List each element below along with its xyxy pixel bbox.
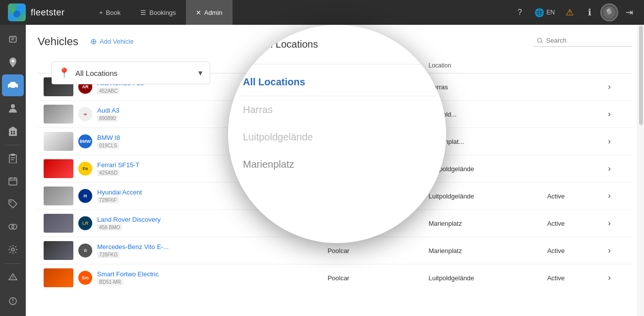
vehicle-thumbnail [44, 187, 73, 205]
chevron-down-icon: ▼ [197, 69, 204, 77]
col-location[interactable]: Location [423, 58, 541, 73]
vehicle-thumbnail [44, 132, 73, 151]
sidebar-item-calendar[interactable] [2, 170, 24, 192]
svg-point-27 [10, 201, 12, 203]
row-arrow: › [602, 264, 632, 290]
svg-point-10 [9, 87, 11, 89]
globe-icon: 🌐 [534, 8, 544, 17]
magnify-option-luitpold[interactable]: Luitpoldgelände [228, 124, 446, 151]
col-status [541, 58, 602, 73]
row-arrow: › [602, 210, 632, 237]
nav-right: ? 🌐 EN ⚠ ℹ ⇥ [511, 3, 644, 21]
svg-point-11 [15, 87, 17, 89]
brand-logo: LR [78, 216, 92, 230]
location-bar[interactable]: 📍 All Locations ▼ [52, 62, 210, 84]
close-icon: ✕ [196, 9, 201, 16]
vehicle-plate: 728FKG [97, 252, 119, 258]
sidebar-item-settings[interactable] [2, 239, 24, 260]
sidebar-item-clipboard[interactable] [2, 147, 24, 169]
svg-line-38 [541, 42, 543, 43]
vehicle-location: Marienplatz [423, 237, 541, 264]
sidebar-item-person[interactable] [2, 97, 24, 119]
vehicle-plate: 019CLS [97, 142, 119, 149]
sidebar-item-location[interactable] [2, 52, 24, 73]
help-button[interactable]: ? [511, 3, 528, 21]
plus-icon: + [99, 9, 103, 16]
sidebar-item-bottom[interactable] [2, 290, 24, 312]
vehicle-plate: 452ABC [97, 88, 119, 94]
sidebar-divider-2 [5, 263, 21, 264]
logout-button[interactable]: ⇥ [620, 3, 638, 21]
svg-rect-16 [11, 133, 12, 134]
top-nav: fleetster + Book ☰ Bookings ✕ Admin ? 🌐 … [0, 0, 644, 25]
vehicle-status: Active [541, 183, 602, 210]
vehicle-status [541, 155, 602, 183]
language-button[interactable]: 🌐 EN [530, 8, 559, 17]
sidebar-item-vehicle[interactable] [2, 74, 24, 96]
magnify-location-text: All Locations [262, 39, 416, 50]
vehicle-status [541, 101, 602, 128]
sidebar-item-notifications[interactable] [2, 29, 24, 51]
avatar-button[interactable] [600, 3, 618, 21]
svg-point-30 [11, 248, 14, 251]
page-title: Vehicles [38, 35, 78, 48]
vehicle-thumbnail [44, 241, 73, 260]
vehicle-location: Luitpoldgelände [423, 264, 541, 290]
search-bar [533, 35, 632, 47]
svg-point-37 [537, 38, 541, 42]
svg-marker-18 [9, 126, 17, 129]
search-input[interactable] [546, 37, 628, 44]
svg-rect-19 [9, 155, 16, 163]
vehicle-plate: 890890 [97, 115, 117, 122]
location-bar-text: All Locations [75, 69, 192, 77]
nav-item-bookings[interactable]: ☰ Bookings [130, 0, 185, 25]
info-icon: ℹ [588, 7, 591, 18]
vehicle-plate: 425ASD [97, 170, 119, 176]
vehicle-brand-cell: Sm Smart Fortwo Electric BD51-MR [44, 268, 316, 287]
vehicle-thumbnail [44, 105, 73, 124]
logo-area: fleetster [0, 3, 89, 21]
magnify-option-all[interactable]: All Locations [228, 68, 446, 96]
main-content: Vehicles ⊕ Add Vehicle Brand ↑ Vehicle o… [26, 25, 644, 316]
svg-point-8 [12, 60, 14, 63]
sidebar-item-cycle[interactable] [2, 216, 24, 238]
nav-item-admin[interactable]: ✕ Admin [186, 0, 233, 25]
svg-point-12 [11, 104, 15, 108]
svg-rect-20 [11, 154, 15, 156]
vehicle-status: Active [541, 264, 602, 290]
row-arrow: › [602, 101, 632, 128]
add-vehicle-button[interactable]: ⊕ Add Vehicle [86, 35, 138, 48]
vehicle-status: Active [541, 210, 602, 237]
magnify-option-harras[interactable]: Harras [228, 96, 446, 124]
brand-logo: ☆ [78, 244, 92, 257]
row-arrow: › [602, 128, 632, 155]
brand-logo: Sm [78, 271, 92, 285]
svg-rect-15 [13, 131, 15, 132]
scrollbar-track [637, 25, 644, 316]
vehicle-thumbnail [44, 214, 73, 233]
row-arrow: › [602, 155, 632, 183]
table-row[interactable]: Sm Smart Fortwo Electric BD51-MR Poolcar… [38, 264, 632, 290]
vehicle-thumbnail [44, 159, 73, 178]
warning-button[interactable]: ⚠ [561, 3, 579, 21]
sidebar-item-triangle[interactable] [2, 266, 24, 288]
nav-item-book[interactable]: + Book [89, 0, 130, 25]
magnify-option-marienplatz[interactable]: Marienplatz [228, 151, 446, 178]
svg-point-29 [12, 224, 17, 229]
sidebar-item-tag[interactable] [2, 193, 24, 215]
vehicle-thumbnail [44, 268, 73, 287]
logo-text: fleetster [31, 7, 65, 18]
sidebar-item-building[interactable] [2, 120, 24, 142]
vehicle-name: Mercedes-Benz Vito E-... [97, 243, 169, 251]
vehicle-location: Luitpoldgelände [423, 183, 541, 210]
brand-logo: BMW [78, 134, 92, 148]
vehicle-name: Land Rover Discovery [97, 216, 161, 223]
vehicle-status [541, 128, 602, 155]
svg-rect-13 [9, 129, 17, 136]
vehicle-name: BMW I8 [97, 134, 120, 141]
warning-icon: ⚠ [566, 7, 574, 18]
vehicle-name: Smart Fortwo Electric [97, 270, 159, 278]
location-dropdown-magnify: All Locations ▼ All Locations Harras Lui… [228, 25, 446, 243]
scrollbar-thumb[interactable] [639, 26, 643, 125]
info-button[interactable]: ℹ [581, 3, 598, 21]
